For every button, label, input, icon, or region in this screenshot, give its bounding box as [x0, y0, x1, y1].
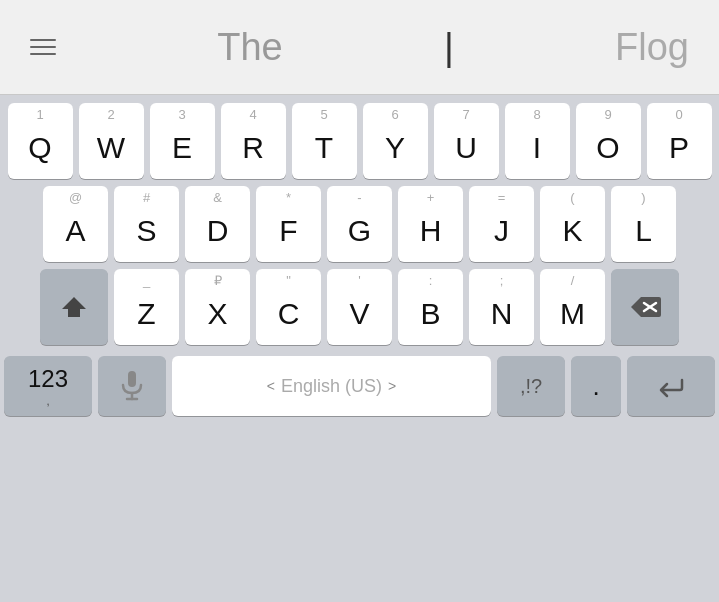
key-row-1: 1 Q 2 W 3 E 4 R 5 T 6 Y 7 U 8 I	[4, 103, 715, 179]
svg-marker-0	[62, 297, 86, 317]
key-b[interactable]: : B	[398, 269, 463, 345]
chevron-right-icon: >	[388, 378, 396, 394]
top-bar: The | Flog	[0, 0, 719, 95]
key-y[interactable]: 6 Y	[363, 103, 428, 179]
key-w[interactable]: 2 W	[79, 103, 144, 179]
symbols-label: ,!?	[520, 375, 542, 398]
key-r[interactable]: 4 R	[221, 103, 286, 179]
chevron-left-icon: <	[267, 378, 275, 394]
key-j[interactable]: = J	[469, 186, 534, 262]
return-icon	[654, 374, 688, 398]
symbols-key[interactable]: ,!?	[497, 356, 565, 416]
key-p[interactable]: 0 P	[647, 103, 712, 179]
return-key[interactable]	[627, 356, 715, 416]
menu-icon[interactable]	[30, 39, 56, 55]
key-k[interactable]: ( K	[540, 186, 605, 262]
key-u[interactable]: 7 U	[434, 103, 499, 179]
key-x[interactable]: ₽ X	[185, 269, 250, 345]
key-i[interactable]: 8 I	[505, 103, 570, 179]
key-row-4: 123 , < English (US) > ,!? .	[4, 352, 715, 420]
key-z[interactable]: _ Z	[114, 269, 179, 345]
space-key[interactable]: < English (US) >	[172, 356, 491, 416]
num-label: 123	[28, 365, 68, 393]
key-f[interactable]: * F	[256, 186, 321, 262]
mic-key[interactable]	[98, 356, 166, 416]
period-label: .	[592, 371, 599, 402]
key-o[interactable]: 9 O	[576, 103, 641, 179]
key-v[interactable]: ' V	[327, 269, 392, 345]
key-row-3: _ Z ₽ X " C ' V : B ; N / M	[4, 269, 715, 345]
shift-key[interactable]	[40, 269, 108, 345]
key-d[interactable]: & D	[185, 186, 250, 262]
key-g[interactable]: - G	[327, 186, 392, 262]
key-t[interactable]: 5 T	[292, 103, 357, 179]
key-c[interactable]: " C	[256, 269, 321, 345]
num-key[interactable]: 123 ,	[4, 356, 92, 416]
key-row-2: @ A # S & D * F - G + H = J ( K	[4, 186, 715, 262]
key-a[interactable]: @ A	[43, 186, 108, 262]
backspace-icon	[629, 295, 661, 319]
comma-label: ,	[46, 393, 50, 408]
period-key[interactable]: .	[571, 356, 621, 416]
key-m[interactable]: / M	[540, 269, 605, 345]
key-n[interactable]: ; N	[469, 269, 534, 345]
mic-icon	[121, 371, 143, 401]
key-h[interactable]: + H	[398, 186, 463, 262]
cursor-indicator: |	[444, 26, 454, 69]
backspace-key[interactable]	[611, 269, 679, 345]
keyboard: 1 Q 2 W 3 E 4 R 5 T 6 Y 7 U 8 I	[0, 95, 719, 602]
key-q[interactable]: 1 Q	[8, 103, 73, 179]
space-label: English (US)	[281, 376, 382, 397]
suggestion-right[interactable]: Flog	[615, 26, 689, 69]
key-s[interactable]: # S	[114, 186, 179, 262]
key-e[interactable]: 3 E	[150, 103, 215, 179]
svg-rect-3	[128, 371, 136, 387]
key-l[interactable]: ) L	[611, 186, 676, 262]
suggestion-left[interactable]: The	[217, 26, 282, 69]
shift-icon	[60, 293, 88, 321]
